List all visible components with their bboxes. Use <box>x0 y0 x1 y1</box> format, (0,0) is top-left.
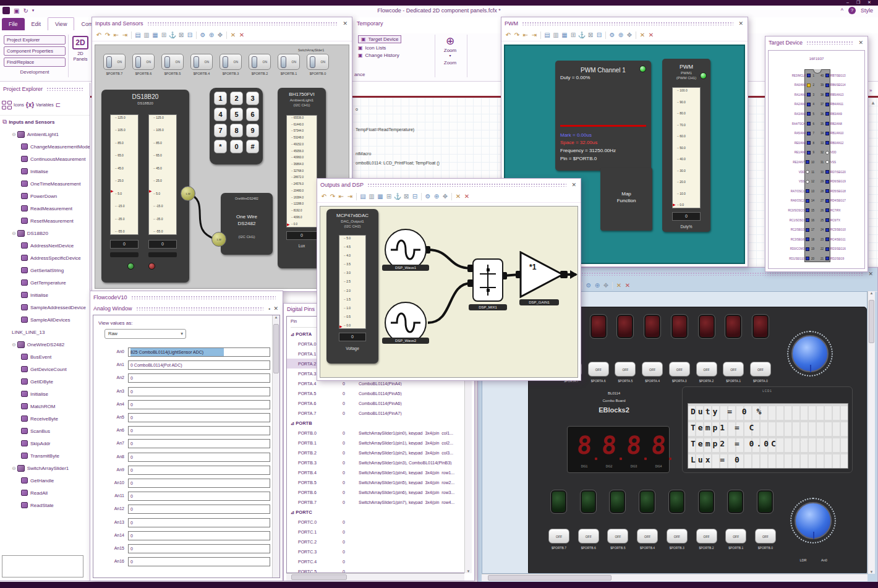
view-check-icon-lists[interactable]: ▣Icon Lists <box>358 45 401 51</box>
pin-square[interactable] <box>825 208 829 212</box>
layout-icon[interactable]: ⊟ <box>185 32 194 38</box>
pin-square[interactable] <box>825 151 829 155</box>
analog-row-value[interactable]: 0 <box>128 400 270 409</box>
pin-square[interactable] <box>825 257 829 260</box>
tree-item-changemeasurementmode[interactable]: ChangeMeasurementMode <box>0 140 90 153</box>
push-button-$PORTA.3[interactable]: OFF <box>669 362 690 377</box>
style-menu[interactable]: Style <box>861 7 873 14</box>
outputs-close-icon[interactable]: ✕ <box>570 182 578 188</box>
ribbon-button-project-explorer[interactable]: Project Explorer <box>4 35 66 45</box>
analog-vscrollbar[interactable]: ▲ <box>272 315 279 577</box>
pin-square[interactable] <box>807 132 811 135</box>
pin-square[interactable] <box>807 141 811 145</box>
image-icon[interactable]: ⊠ <box>402 193 411 200</box>
pin-square[interactable] <box>825 141 829 145</box>
macros-icon[interactable]: ⊏ <box>56 101 61 108</box>
paste-icon[interactable]: ▥ <box>142 32 151 38</box>
digital-row-portb.6[interactable]: PORTB.60SwitchArraySlider1(pin6), keypad… <box>287 487 465 497</box>
analog-row-value[interactable]: 0 <box>128 505 270 514</box>
view-values-dropdown[interactable]: Raw <box>104 329 186 339</box>
digital-row-portc[interactable]: ⊿ PORTC <box>287 507 465 517</box>
anchor-icon[interactable]: ⚓ <box>578 32 586 38</box>
push-button-$PORTB.3[interactable]: OFF <box>667 529 688 543</box>
push-button-$PORTB.4[interactable]: OFF <box>637 529 658 543</box>
push-button-$PORTA.4[interactable]: OFF <box>642 362 663 377</box>
target-close-icon[interactable]: ✕ <box>857 40 864 46</box>
layout-icon[interactable]: ⊟ <box>595 32 603 38</box>
target-icon[interactable]: ⊕ <box>432 193 441 200</box>
analog-row-value[interactable]: 0 <box>128 413 270 422</box>
pin-square[interactable] <box>807 151 811 155</box>
cut-icon[interactable]: ✕ <box>454 193 462 200</box>
tree-item-readall[interactable]: ReadAll <box>0 487 90 499</box>
tree-item-onewireds2482[interactable]: ⊖OneWireDS2482 <box>0 338 90 351</box>
pin-square[interactable] <box>806 218 809 222</box>
zoom-caret-icon[interactable]: ▾ <box>437 53 464 58</box>
pin-square[interactable] <box>806 180 809 184</box>
target-icon[interactable]: ⊕ <box>593 282 602 289</box>
digital-row-portc.2[interactable]: PORTC.20 <box>287 537 465 547</box>
pin-square[interactable] <box>807 93 811 96</box>
dsp-gain-component[interactable]: *1 <box>519 251 566 298</box>
pin-square[interactable] <box>806 257 809 260</box>
pin-square[interactable] <box>825 103 829 106</box>
pwm-close-icon[interactable]: ✕ <box>737 20 744 27</box>
pin-square[interactable] <box>825 93 829 96</box>
tree-item-gethandle[interactable]: GetHandle <box>0 474 90 487</box>
analog-row-value[interactable]: 0 ComboBL0114(Pot ADC) <box>128 360 270 370</box>
tree-item-ds18b20[interactable]: ⊖DS18B20 <box>0 227 90 239</box>
digital-hscrollbar[interactable] <box>286 573 464 581</box>
digital-row-portb.0[interactable]: PORTB.00SwitchArraySlider1(pin0), keypad… <box>287 428 465 438</box>
copy-icon[interactable]: ▤ <box>543 32 552 38</box>
tree-item-busevent[interactable]: BusEvent <box>0 351 90 363</box>
digital-row-porta.6[interactable]: PORTA.60ComboBL0114(PinA6) <box>287 398 465 408</box>
digital-row-porta.5[interactable]: PORTA.50ComboBL0114(PinA5) <box>287 388 465 398</box>
cut-icon[interactable]: ✕ <box>229 32 237 38</box>
expander-icon[interactable]: ⊖ <box>12 342 16 347</box>
pot-knob[interactable] <box>791 335 829 372</box>
config-icon[interactable]: ⚙ <box>608 32 616 38</box>
tree-item-addressnextdevice[interactable]: AddressNextDevice <box>0 239 90 252</box>
tree-item-getserialstring[interactable]: GetSerialString <box>0 264 90 276</box>
pin-square[interactable] <box>807 103 811 106</box>
paste-icon[interactable]: ▥ <box>552 32 560 38</box>
push-button-$PORTB.7[interactable]: OFF <box>548 529 569 543</box>
digital-row-portc.0[interactable]: PORTC.00 <box>287 517 465 527</box>
push-button-$PORTA.5[interactable]: OFF <box>615 362 636 377</box>
pin-square[interactable] <box>806 237 809 241</box>
flowchart-scroll-up-icon[interactable]: ▲ <box>871 100 876 106</box>
pin-square[interactable] <box>825 228 829 232</box>
tree-item-getidbyte[interactable]: GetIDByte <box>0 375 90 388</box>
push-button-$PORTA.1[interactable]: OFF <box>723 362 744 377</box>
help-icon[interactable]: ? <box>848 7 856 14</box>
digital-row-portc.1[interactable]: PORTC.10 <box>287 527 465 537</box>
cut-icon[interactable]: ✕ <box>615 282 623 289</box>
slider-marker-icon[interactable]: ▶ <box>673 203 676 207</box>
variables-icon[interactable]: {x} <box>26 101 34 108</box>
pwm-slider-block[interactable]: PWM PWM1 (PWM CH1) 100.090.080.070.060.0… <box>662 59 710 232</box>
flowchart-canvas-right[interactable] <box>748 98 765 267</box>
onewire-connector-ball-1[interactable]: 1-W <box>181 186 195 201</box>
analog-row-value[interactable]: 0 <box>128 439 270 448</box>
snap-grid-icon[interactable]: ⊞ <box>160 32 168 38</box>
pin-square[interactable] <box>825 170 829 174</box>
window-controls[interactable]: – ❐ ✕ <box>846 0 874 5</box>
tree-item-samplealldevices[interactable]: SampleAllDevices <box>0 313 90 326</box>
tab-file[interactable]: File <box>2 18 25 30</box>
pan-icon[interactable]: ✥ <box>441 193 450 200</box>
pin-square[interactable] <box>825 83 829 87</box>
tree-item-switcharrayslider1[interactable]: ⊖SwitchArraySlider1 <box>0 462 90 474</box>
undo-all-icon[interactable]: ⇤ <box>112 32 121 38</box>
dsp-mix-component[interactable] <box>472 258 503 302</box>
pin-square[interactable] <box>825 112 829 116</box>
push-button-$PORTB.5[interactable]: OFF <box>607 529 628 543</box>
ldr-knob[interactable] <box>795 502 832 539</box>
expander-icon[interactable]: ⊖ <box>12 231 16 236</box>
redo-icon[interactable]: ↷ <box>328 193 337 200</box>
tree-item-inputs and sensors[interactable]: ⧉Inputs and Sensors <box>0 116 90 128</box>
analog-row-value[interactable]: 0 <box>128 453 270 462</box>
onewire-connector-ball-2[interactable]: 1-W <box>211 232 226 247</box>
redo-icon[interactable]: ↷ <box>513 32 521 38</box>
config-icon[interactable]: ⚙ <box>198 32 207 38</box>
tree-item-getdevicecount[interactable]: GetDeviceCount <box>0 363 90 375</box>
